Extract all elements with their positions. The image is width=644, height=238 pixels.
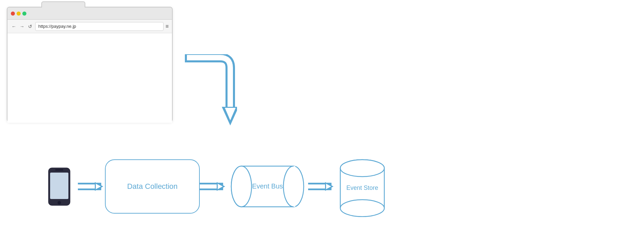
- browser-window: ← → ↺ https://paypay.ne.jp ≡: [7, 7, 173, 122]
- address-bar[interactable]: https://paypay.ne.jp: [35, 22, 164, 31]
- svg-point-6: [58, 201, 61, 204]
- curved-arrow: [183, 54, 237, 129]
- browser-content: [7, 33, 172, 123]
- back-button[interactable]: ←: [11, 23, 17, 29]
- menu-button[interactable]: ≡: [166, 23, 169, 29]
- svg-rect-5: [55, 169, 63, 171]
- svg-text:Event Bus: Event Bus: [252, 182, 283, 190]
- refresh-button[interactable]: ↺: [27, 23, 33, 29]
- event-bus-container: Event Bus: [227, 161, 308, 212]
- svg-point-26: [340, 200, 384, 217]
- data-collection-label: Data Collection: [127, 182, 177, 191]
- svg-text:Event Store: Event Store: [346, 184, 378, 191]
- browser-traffic-lights: [11, 12, 26, 16]
- diagram-bottom-row: Data Collection Event Bus: [47, 159, 389, 214]
- data-collection-box: Data Collection: [105, 159, 200, 214]
- minimize-button[interactable]: [17, 12, 21, 16]
- phone-icon: [47, 168, 71, 205]
- svg-point-18: [231, 166, 252, 207]
- arrow-phone-to-datacollection: [78, 178, 105, 195]
- close-button[interactable]: [11, 12, 15, 16]
- arrow-eventbus-to-eventstore: [308, 178, 335, 195]
- maximize-button[interactable]: [22, 12, 26, 16]
- event-store-container: Event Store: [335, 159, 389, 214]
- arrow-datacollection-to-eventbus: [200, 178, 227, 195]
- svg-point-27: [340, 160, 384, 177]
- svg-rect-4: [50, 173, 68, 199]
- svg-rect-17: [294, 166, 295, 207]
- browser-titlebar: [7, 7, 172, 20]
- browser-toolbar: ← → ↺ https://paypay.ne.jp ≡: [7, 20, 172, 33]
- forward-button[interactable]: →: [19, 23, 25, 29]
